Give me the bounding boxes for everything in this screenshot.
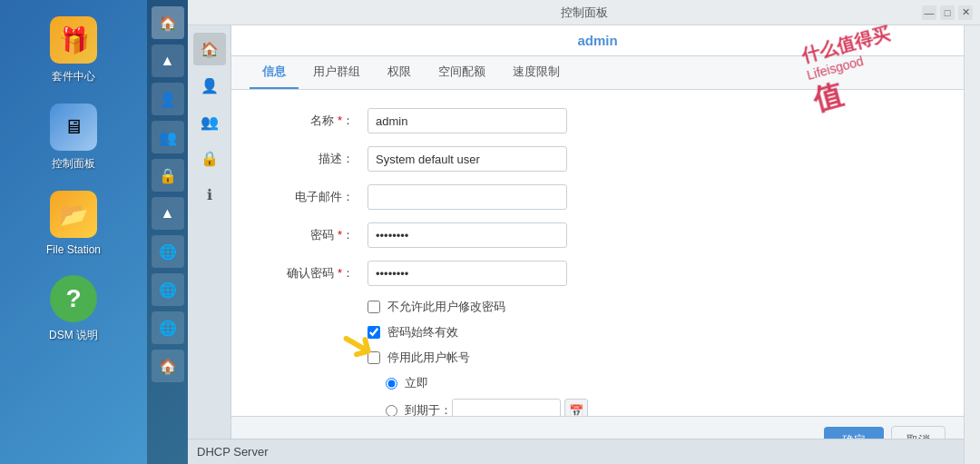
taskbar-home2-btn[interactable]: 🏠 <box>152 350 184 382</box>
tab-permissions[interactable]: 权限 <box>375 56 424 89</box>
cpwd-label: 确认密码 *： <box>259 265 368 281</box>
taskbar-lock-btn[interactable]: 🔒 <box>152 159 184 192</box>
taskbar-user-btn[interactable]: 👤 <box>152 83 184 115</box>
sidebar-item-control-panel[interactable]: 🖥 控制面板 <box>19 96 128 179</box>
dhcp-label: DHCP Server <box>197 445 269 459</box>
radio-immediate-label: 立即 <box>405 375 428 391</box>
sidebar-item-dsm-help[interactable]: ? DSM 说明 <box>19 268 128 350</box>
dsm-help-label: DSM 说明 <box>49 328 98 343</box>
disable-account-checkbox[interactable] <box>368 351 380 364</box>
form-content: 名称 *： 描述： 电子邮件： 密码 *： <box>231 90 964 416</box>
radio-section: 立即 到期于： 📅 <box>386 375 936 416</box>
yellow-arrow-annotation: ➜ <box>330 312 387 374</box>
pwd-never-expires-label: 密码始终有效 <box>387 324 458 341</box>
taskbar-collapse2-btn[interactable]: ▲ <box>152 197 184 230</box>
window-title: 控制面板 <box>561 5 608 21</box>
ws-info-btn[interactable]: ℹ <box>193 178 226 211</box>
email-input[interactable] <box>368 184 567 210</box>
taskbar-collapse-btn[interactable]: ▲ <box>152 44 184 77</box>
name-label: 名称 *： <box>259 113 368 129</box>
window-controls: — □ ✕ <box>922 5 973 20</box>
dsm-help-icon: ? <box>50 275 97 322</box>
tab-quota[interactable]: 空间配额 <box>426 56 498 89</box>
pwd-label: 密码 *： <box>259 227 368 243</box>
cpwd-field-row: 确认密码 *： <box>259 261 936 286</box>
tab-info[interactable]: 信息 <box>250 56 299 89</box>
taskbar-group-btn[interactable]: 👥 <box>152 121 184 153</box>
sidebar-item-file-station[interactable]: 📂 File Station <box>19 183 128 263</box>
taskbar-network3-btn[interactable]: 🌐 <box>152 311 184 344</box>
name-field-row: 名称 *： <box>259 108 936 133</box>
pwd-never-expires-row: 密码始终有效 <box>368 324 936 341</box>
expire-date-input[interactable] <box>452 399 561 416</box>
file-station-icon: 📂 <box>50 191 97 238</box>
title-bar: 控制面板 — □ ✕ <box>188 0 980 25</box>
desc-input[interactable] <box>368 146 567 172</box>
radio-expire[interactable] <box>386 405 397 417</box>
tab-speed-limit[interactable]: 速度限制 <box>500 56 573 89</box>
user-name-title: admin <box>577 33 617 48</box>
disallow-change-pwd-row: 不允许此用户修改密码 <box>368 299 936 315</box>
taskbar-network2-btn[interactable]: 🌐 <box>152 273 184 306</box>
radio-expire-row: 到期于： 📅 <box>386 399 936 416</box>
calendar-button[interactable]: 📅 <box>564 399 588 416</box>
name-input[interactable] <box>368 108 567 133</box>
dhcp-bar: DHCP Server <box>188 439 964 464</box>
main-window: 控制面板 — □ ✕ 🏠 👤 👥 🔒 ℹ admin <box>188 0 980 464</box>
window-sidebar: 🏠 👤 👥 🔒 ℹ <box>188 25 231 464</box>
content-area: 🏠 👤 👥 🔒 ℹ admin 信息 用户群组 权限 空间配额 速度限制 <box>188 25 980 464</box>
disable-account-label: 停用此用户帐号 <box>387 350 470 366</box>
left-taskbar: 🏠 ▲ 👤 👥 🔒 ▲ 🌐 🌐 🌐 🏠 <box>147 0 188 464</box>
form-area: admin 信息 用户群组 权限 空间配额 速度限制 名称 *： <box>231 25 964 464</box>
ws-share-btn[interactable]: 🔒 <box>193 142 226 174</box>
ws-home-btn[interactable]: 🏠 <box>193 33 226 65</box>
package-center-label: 套件中心 <box>52 69 95 84</box>
control-panel-icon: 🖥 <box>50 104 97 151</box>
user-header: admin <box>231 25 964 56</box>
pwd-input[interactable] <box>368 222 567 248</box>
pwd-never-expires-checkbox[interactable] <box>368 326 380 339</box>
radio-immediate-row: 立即 <box>386 375 936 391</box>
app-sidebar: 🎁 套件中心 🖥 控制面板 📂 File Station ? DSM 说明 <box>0 0 147 464</box>
desc-field-row: 描述： <box>259 146 936 172</box>
tabs-bar: 信息 用户群组 权限 空间配额 速度限制 <box>231 56 964 90</box>
file-station-label: File Station <box>46 243 101 256</box>
sidebar-item-package-center[interactable]: 🎁 套件中心 <box>19 9 128 92</box>
pwd-field-row: 密码 *： <box>259 222 936 248</box>
taskbar-network1-btn[interactable]: 🌐 <box>152 235 184 268</box>
minimize-button[interactable]: — <box>922 5 936 20</box>
cpwd-input[interactable] <box>368 261 567 286</box>
close-button[interactable]: ✕ <box>958 5 973 20</box>
taskbar-home-btn[interactable]: 🏠 <box>152 6 184 39</box>
desc-label: 描述： <box>259 151 368 167</box>
right-scrollbar <box>964 25 980 464</box>
email-label: 电子邮件： <box>259 189 368 205</box>
radio-immediate[interactable] <box>386 378 397 390</box>
ws-user-btn[interactable]: 👤 <box>193 69 226 102</box>
tab-user-groups[interactable]: 用户群组 <box>300 56 373 89</box>
desktop: 🎁 套件中心 🖥 控制面板 📂 File Station ? DSM 说明 🏠 … <box>0 0 980 464</box>
disallow-change-pwd-label: 不允许此用户修改密码 <box>387 299 505 315</box>
package-center-icon: 🎁 <box>50 16 97 64</box>
radio-expire-label: 到期于： <box>405 402 452 416</box>
restore-button[interactable]: □ <box>940 5 955 20</box>
control-panel-label: 控制面板 <box>52 156 95 172</box>
disable-account-row: 停用此用户帐号 ➜ <box>368 350 936 366</box>
email-field-row: 电子邮件： <box>259 184 936 210</box>
date-input-wrap: 📅 <box>452 399 588 416</box>
disallow-change-pwd-checkbox[interactable] <box>368 301 380 313</box>
ws-group-btn[interactable]: 👥 <box>193 105 226 138</box>
